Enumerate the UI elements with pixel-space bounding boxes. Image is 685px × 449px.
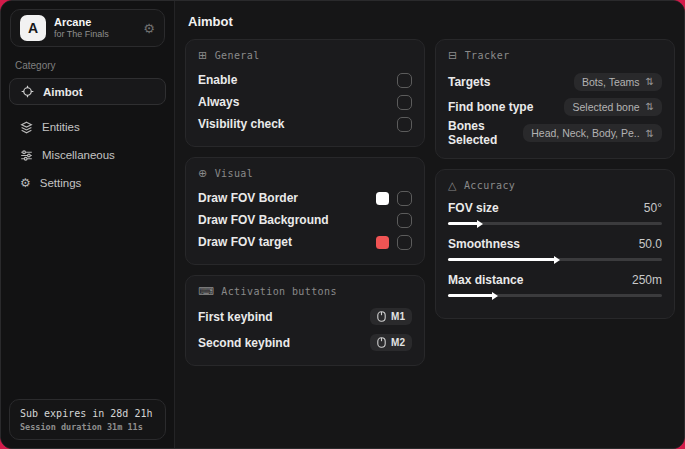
setting-row: Second keybind M2 (198, 331, 412, 354)
sidebar-item-aimbot[interactable]: Aimbot (9, 78, 166, 105)
mouse-icon (377, 337, 386, 348)
setting-label: Max distance (448, 273, 523, 287)
mouse-icon (377, 311, 386, 322)
keybind-value: M2 (391, 337, 405, 348)
fov-target-color-swatch[interactable] (376, 236, 389, 249)
main-panel: Aimbot ⊞ General Enable Always (175, 1, 684, 448)
targets-select[interactable]: Bots, Teams ⇅ (574, 73, 662, 91)
tracker-card: ⊟ Tracker Targets Bots, Teams ⇅ Find bon… (435, 39, 675, 159)
setting-label: First keybind (198, 310, 273, 324)
chevron-updown-icon: ⇅ (646, 128, 654, 139)
visual-icon: ⊕ (198, 167, 208, 180)
session-duration-text: Session duration 31m 11s (20, 422, 155, 432)
page-title: Aimbot (175, 1, 684, 39)
category-label: Category (15, 60, 174, 71)
chevron-updown-icon: ⇅ (646, 76, 654, 87)
setting-row: Find bone type Selected bone ⇅ (448, 94, 662, 119)
setting-row: Bones Selected Head, Neck, Body, Pe.. ⇅ (448, 119, 662, 147)
sidebar-item-label: Entities (42, 121, 80, 133)
sidebar-item-label: Settings (40, 177, 82, 189)
max-distance-slider[interactable] (448, 294, 662, 297)
setting-row: FOV size 50° (448, 199, 662, 225)
setting-label: Draw FOV target (198, 235, 292, 249)
general-icon: ⊞ (198, 49, 208, 62)
second-keybind-button[interactable]: M2 (370, 334, 412, 351)
sidebar-item-label: Miscellaneous (42, 149, 115, 161)
accuracy-card: △ Accuracy FOV size 50° (435, 169, 675, 319)
setting-label: Enable (198, 73, 237, 87)
bones-selected-select[interactable]: Head, Neck, Body, Pe.. ⇅ (523, 124, 662, 142)
sidebar: A Arcane for The Finals ⚙ Category Aimbo… (1, 1, 175, 448)
setting-row: Draw FOV Border (198, 187, 412, 209)
setting-row: Always (198, 91, 412, 113)
keybind-value: M1 (391, 311, 405, 322)
find-bone-type-select[interactable]: Selected bone ⇅ (564, 98, 662, 116)
section-title: Accuracy (464, 180, 515, 191)
setting-row: Draw FOV Background (198, 209, 412, 231)
sidebar-item-settings[interactable]: ⚙ Settings (1, 169, 174, 197)
smoothness-slider[interactable] (448, 258, 662, 261)
crosshair-icon (21, 85, 34, 98)
first-keybind-button[interactable]: M1 (370, 308, 412, 325)
select-value: Head, Neck, Body, Pe.. (531, 127, 639, 139)
fov-border-color-swatch[interactable] (376, 192, 389, 205)
slider-value: 50.0 (639, 237, 662, 251)
setting-label: Targets (448, 75, 490, 89)
slider-thumb[interactable] (477, 220, 483, 228)
setting-row: First keybind M1 (198, 305, 412, 328)
setting-label: Draw FOV Background (198, 213, 329, 227)
sidebar-item-entities[interactable]: Entities (1, 113, 174, 141)
setting-row: Targets Bots, Teams ⇅ (448, 69, 662, 94)
subscription-box: Sub expires in 28d 21h Session duration … (9, 399, 166, 440)
draw-fov-background-checkbox[interactable] (397, 213, 412, 228)
general-card: ⊞ General Enable Always Visibility check (185, 39, 425, 147)
setting-row: Enable (198, 69, 412, 91)
gear-icon[interactable]: ⚙ (143, 21, 155, 36)
fov-size-slider[interactable] (448, 222, 662, 225)
app-header-card: A Arcane for The Finals ⚙ (10, 9, 165, 47)
sidebar-item-label: Aimbot (43, 86, 83, 98)
draw-fov-target-checkbox[interactable] (397, 235, 412, 250)
app-logo: A (20, 15, 46, 41)
sliders-icon (20, 149, 33, 162)
setting-label: FOV size (448, 201, 499, 215)
setting-label: Bones Selected (448, 119, 523, 147)
enable-checkbox[interactable] (397, 73, 412, 88)
accuracy-icon: △ (448, 179, 457, 192)
app-name: Arcane (54, 16, 109, 30)
setting-label: Visibility check (198, 117, 285, 131)
sub-expiry-text: Sub expires in 28d 21h (20, 408, 155, 419)
sidebar-item-miscellaneous[interactable]: Miscellaneous (1, 141, 174, 169)
draw-fov-border-checkbox[interactable] (397, 191, 412, 206)
chevron-updown-icon: ⇅ (646, 101, 654, 112)
slider-value: 250m (632, 273, 662, 287)
setting-row: Max distance 250m (448, 271, 662, 297)
activation-card: ⌨ Activation buttons First keybind (185, 275, 425, 366)
app-subtitle: for The Finals (54, 29, 109, 40)
settings-gear-icon: ⚙ (20, 176, 31, 190)
visual-card: ⊕ Visual Draw FOV Border Draw FOV Backgr… (185, 157, 425, 265)
section-title: Activation buttons (221, 286, 337, 297)
always-checkbox[interactable] (397, 95, 412, 110)
setting-row: Visibility check (198, 113, 412, 135)
setting-label: Always (198, 95, 239, 109)
setting-label: Smoothness (448, 237, 520, 251)
setting-label: Second keybind (198, 336, 290, 350)
section-title: Tracker (465, 50, 510, 61)
section-title: Visual (215, 168, 254, 179)
select-value: Selected bone (572, 101, 639, 113)
slider-thumb[interactable] (492, 292, 498, 300)
select-value: Bots, Teams (582, 76, 640, 88)
keyboard-icon: ⌨ (198, 285, 214, 298)
setting-label: Find bone type (448, 100, 533, 114)
entities-icon (20, 121, 33, 134)
setting-row: Smoothness 50.0 (448, 235, 662, 261)
tracker-icon: ⊟ (448, 49, 458, 62)
app-window: A Arcane for The Finals ⚙ Category Aimbo… (0, 0, 685, 449)
slider-value: 50° (644, 201, 662, 215)
visibility-check-checkbox[interactable] (397, 117, 412, 132)
setting-row: Draw FOV target (198, 231, 412, 253)
slider-thumb[interactable] (554, 256, 560, 264)
setting-label: Draw FOV Border (198, 191, 298, 205)
section-title: General (215, 50, 260, 61)
